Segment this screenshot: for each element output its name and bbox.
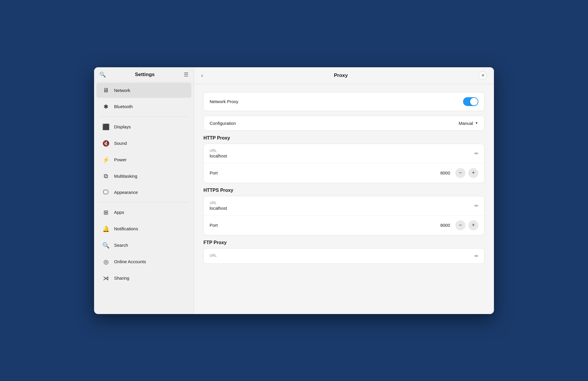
https-proxy-card: URL localhost ✏ Port 8000 − + [203,196,485,235]
network-proxy-label: Network Proxy [210,99,463,104]
configuration-dropdown[interactable]: Manual ▼ [459,121,478,126]
configuration-card: Configuration Manual ▼ [203,116,485,131]
ftp-proxy-card: URL ✏ [203,248,485,264]
http-port-controls: 8000 − + [440,168,478,178]
sidebar-label-appearance: Appearance [114,190,138,195]
network-proxy-row: Network Proxy [204,93,484,111]
appearance-icon: 🖵 [102,189,109,196]
sidebar-label-online-accounts: Online Accounts [114,259,146,264]
https-url-field: URL localhost [210,201,471,211]
configuration-row[interactable]: Configuration Manual ▼ [204,116,484,130]
https-port-plus-button[interactable]: + [468,220,478,230]
page-title: Proxy [208,73,474,78]
ftp-proxy-header: FTP Proxy [203,240,485,245]
search-sidebar-icon: 🔍 [102,242,109,249]
content-body: Network Proxy Configuration Manual ▼ [194,84,494,314]
http-port-plus-button[interactable]: + [468,168,478,178]
https-port-controls: 8000 − + [440,220,478,230]
sidebar-label-multitasking: Multitasking [114,174,137,179]
apps-icon: ⊞ [102,209,109,216]
sidebar-item-notifications[interactable]: 🔔 Notifications [96,221,191,236]
back-button[interactable]: ‹ [201,72,203,79]
network-icon: 🖥 [102,87,109,94]
sidebar-item-displays[interactable]: ⬛ Displays [96,119,191,135]
http-url-field: URL localhost [210,149,471,158]
settings-window: 🔍 Settings ☰ 🖥 Network ✱ Bluetooth ⬛ Dis… [94,67,494,314]
search-icon[interactable]: 🔍 [99,71,106,78]
sidebar-divider-1 [99,117,189,117]
http-port-value: 8000 [440,170,450,175]
ftp-url-edit-icon[interactable]: ✏ [475,253,478,259]
sidebar-item-bluetooth[interactable]: ✱ Bluetooth [96,99,191,114]
ftp-url-field: URL [210,254,471,258]
http-url-label: URL [210,149,471,153]
sidebar-topbar: 🔍 Settings ☰ [94,67,194,82]
content-panel: ‹ Proxy ✕ Network Proxy [194,67,494,314]
https-url-edit-icon[interactable]: ✏ [475,203,478,209]
close-button[interactable]: ✕ [479,71,487,80]
sound-icon: 🔇 [102,140,109,147]
displays-icon: ⬛ [102,123,109,130]
sharing-icon: ⋊ [102,275,109,282]
sidebar-item-sound[interactable]: 🔇 Sound [96,136,191,151]
sidebar-divider-2 [99,202,189,202]
https-port-row: Port 8000 − + [204,216,484,235]
sidebar-item-sharing[interactable]: ⋊ Sharing [96,271,191,286]
http-url-row: URL localhost ✏ [204,144,484,163]
sidebar-label-displays: Displays [114,124,131,129]
http-port-minus-button[interactable]: − [455,168,465,178]
sidebar-label-network: Network [114,88,130,93]
sidebar-item-search[interactable]: 🔍 Search [96,238,191,253]
power-icon: ⚡ [102,156,109,163]
http-url-value: localhost [210,153,471,158]
ftp-url-row: URL ✏ [204,249,484,263]
https-url-row: URL localhost ✏ [204,196,484,216]
sidebar-item-network[interactable]: 🖥 Network [96,83,191,98]
sidebar-item-power[interactable]: ⚡ Power [96,152,191,167]
chevron-down-icon: ▼ [475,121,478,125]
https-url-label: URL [210,201,471,205]
main-layout: 🔍 Settings ☰ 🖥 Network ✱ Bluetooth ⬛ Dis… [94,67,494,314]
sidebar-item-appearance[interactable]: 🖵 Appearance [96,185,191,200]
https-proxy-header: HTTPS Proxy [203,188,485,193]
sidebar-label-bluetooth: Bluetooth [114,104,133,109]
notifications-icon: 🔔 [102,225,109,232]
configuration-value: Manual [459,121,473,126]
http-url-edit-icon[interactable]: ✏ [475,151,478,156]
https-port-label: Port [210,223,440,228]
https-url-value: localhost [210,206,471,211]
sidebar-label-apps: Apps [114,210,124,215]
https-port-value: 8000 [440,223,450,228]
sidebar-item-online-accounts[interactable]: ◎ Online Accounts [96,254,191,269]
sidebar-label-search: Search [114,243,128,248]
network-proxy-card: Network Proxy [203,92,485,111]
sidebar-title: Settings [110,72,180,78]
configuration-label: Configuration [210,121,459,126]
network-proxy-toggle[interactable] [463,97,478,106]
menu-icon[interactable]: ☰ [184,71,188,78]
sidebar-label-power: Power [114,157,127,162]
toggle-thumb [470,98,478,105]
sidebar-label-sharing: Sharing [114,276,129,281]
ftp-url-label: URL [210,254,471,258]
content-header: ‹ Proxy ✕ [194,67,494,84]
online-accounts-icon: ◎ [102,258,109,265]
https-port-minus-button[interactable]: − [455,220,465,230]
sidebar-label-notifications: Notifications [114,226,138,231]
http-proxy-card: URL localhost ✏ Port 8000 − + [203,144,485,183]
http-port-label: Port [210,170,440,175]
multitasking-icon: ⧉ [102,173,109,179]
http-proxy-header: HTTP Proxy [203,135,485,141]
sidebar: 🔍 Settings ☰ 🖥 Network ✱ Bluetooth ⬛ Dis… [94,67,194,314]
sidebar-label-sound: Sound [114,141,127,146]
http-port-row: Port 8000 − + [204,163,484,183]
sidebar-item-multitasking[interactable]: ⧉ Multitasking [96,169,191,184]
sidebar-item-apps[interactable]: ⊞ Apps [96,205,191,220]
bluetooth-icon: ✱ [102,103,109,110]
